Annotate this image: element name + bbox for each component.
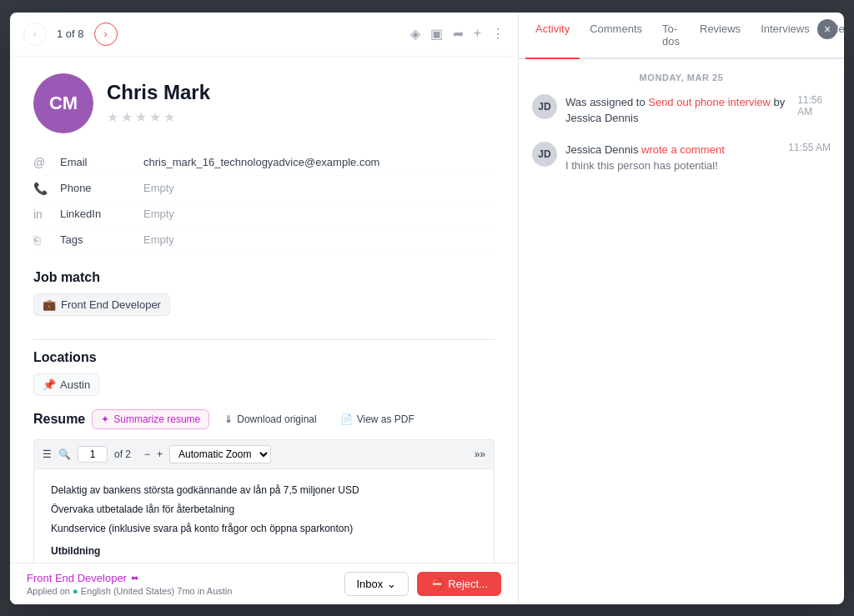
more-icon[interactable]: ⋮ bbox=[491, 26, 505, 42]
activity-link-1[interactable]: Send out phone interview bbox=[648, 96, 771, 108]
briefcase-icon: 💼 bbox=[43, 298, 56, 311]
pin-icon: 📌 bbox=[43, 378, 56, 391]
activity-body-1: Was assigned to Send out phone interview… bbox=[565, 94, 831, 127]
external-link-icon: ⬌ bbox=[131, 573, 138, 583]
edu-header: Utbildning bbox=[51, 543, 477, 559]
location-tag: 📌 Austin bbox=[33, 373, 99, 396]
summarize-button[interactable]: ✦ Summarize resume bbox=[92, 409, 209, 429]
linkedin-value: Empty bbox=[143, 208, 495, 220]
candidate-name: Chris Mark bbox=[107, 81, 210, 104]
next-button[interactable]: › bbox=[94, 23, 118, 46]
locations-section: Locations 📌 Austin bbox=[33, 350, 495, 409]
view-pdf-button[interactable]: 📄 View as PDF bbox=[332, 410, 423, 428]
star-3[interactable]: ★ bbox=[135, 109, 147, 125]
duration: 7mo in Austin bbox=[177, 586, 232, 596]
zoom-out-icon[interactable]: − bbox=[144, 448, 150, 460]
star-rating: ★ ★ ★ ★ ★ bbox=[107, 109, 210, 125]
activity-row-2: Jessica Dennis wrote a comment 11:55 AM bbox=[565, 142, 831, 158]
tab-todos[interactable]: To-dos bbox=[652, 13, 690, 59]
add-icon[interactable]: + bbox=[474, 26, 481, 42]
activity-comment-2: I think this person has potential! bbox=[565, 159, 831, 172]
page-input[interactable] bbox=[78, 446, 108, 463]
tab-comments[interactable]: Comments bbox=[580, 13, 652, 59]
download-label: Download original bbox=[237, 413, 316, 425]
activity-link-2[interactable]: wrote a comment bbox=[641, 143, 725, 156]
tab-reviews[interactable]: Reviews bbox=[690, 13, 751, 59]
email-label: Email bbox=[60, 156, 143, 168]
reject-button[interactable]: ⛔ Reject... bbox=[417, 572, 501, 596]
job-match-name: Front End Developer bbox=[61, 298, 161, 311]
layout-icon[interactable]: ▣ bbox=[430, 26, 443, 42]
job-title-link[interactable]: Front End Developer ⬌ bbox=[27, 572, 232, 584]
lang-dot: ● bbox=[73, 586, 78, 596]
pdf-toolbar: ☰ 🔍 of 2 − + Automatic Zoom »» bbox=[33, 439, 495, 469]
activity-avatar-2: JD bbox=[532, 142, 557, 167]
activity-body-2: Jessica Dennis wrote a comment 11:55 AM … bbox=[565, 142, 831, 173]
contact-table: @ Email chris_mark_16_technologyadvice@e… bbox=[33, 150, 495, 253]
ban-icon: ⛔ bbox=[430, 578, 444, 590]
linkedin-row: in LinkedIn Empty bbox=[33, 202, 495, 228]
phone-label: Phone bbox=[60, 182, 143, 194]
email-row: @ Email chris_mark_16_technologyadvice@e… bbox=[33, 150, 495, 176]
shield-icon[interactable]: ◈ bbox=[410, 26, 420, 42]
zoom-in-icon[interactable]: + bbox=[157, 448, 163, 460]
left-footer: Front End Developer ⬌ Applied on ● Engli… bbox=[10, 563, 518, 604]
nav-counter: 1 of 8 bbox=[57, 28, 84, 40]
activity-time-1: 11:56 AM bbox=[797, 94, 831, 118]
tab-activity[interactable]: Activity bbox=[525, 13, 580, 59]
tags-label: Tags bbox=[60, 233, 143, 246]
star-5[interactable]: ★ bbox=[163, 109, 175, 125]
job-title-row: Front End Developer ⬌ bbox=[27, 572, 232, 584]
job-match-tag[interactable]: 💼 Front End Developer bbox=[33, 293, 170, 316]
download-button[interactable]: ⇓ Download original bbox=[216, 410, 324, 428]
modal-overlay: × ‹ 1 of 8 › ◈ ▣ ➦ + ⋮ CM bbox=[0, 0, 854, 616]
pdf-line-2: Övervaka utbetalade lån för återbetalnin… bbox=[51, 502, 477, 518]
tab-interviews[interactable]: Interviews bbox=[751, 13, 820, 59]
candidate-info: Chris Mark ★ ★ ★ ★ ★ bbox=[107, 81, 210, 125]
email-value: chris_mark_16_technologyadvice@example.c… bbox=[143, 156, 495, 168]
email-icon: @ bbox=[33, 156, 50, 169]
pdf-content: Delaktig av bankens största godkännande … bbox=[33, 469, 495, 563]
linkedin-label: LinkedIn bbox=[60, 208, 143, 220]
activity-item-2: JD Jessica Dennis wrote a comment 11:55 … bbox=[532, 142, 831, 173]
inbox-button[interactable]: Inbox ⌄ bbox=[344, 572, 409, 596]
activity-row-1: Was assigned to Send out phone interview… bbox=[565, 94, 831, 127]
language-label: English (United States) bbox=[81, 586, 175, 596]
activity-item-1: JD Was assigned to Send out phone interv… bbox=[532, 94, 831, 127]
applied-text: Applied on bbox=[27, 586, 70, 596]
reject-label: Reject... bbox=[448, 578, 488, 590]
job-match-section: Job match 💼 Front End Developer bbox=[33, 270, 495, 329]
pdf-icon: 📄 bbox=[340, 413, 353, 425]
tags-row: ⎗ Tags Empty bbox=[33, 228, 495, 253]
activity-text-2: Jessica Dennis wrote a comment bbox=[565, 142, 725, 158]
prev-button[interactable]: ‹ bbox=[23, 23, 47, 46]
activity-before-1: Was assigned to bbox=[565, 96, 648, 108]
star-2[interactable]: ★ bbox=[121, 109, 133, 125]
search-icon[interactable]: 🔍 bbox=[58, 448, 71, 460]
pdf-line-3: Kundservice (inklusive svara på konto fr… bbox=[51, 521, 477, 537]
page-total: of 2 bbox=[114, 448, 131, 460]
activity-text-1: Was assigned to Send out phone interview… bbox=[565, 94, 797, 127]
view-pdf-label: View as PDF bbox=[357, 413, 414, 425]
activity-before-2: Jessica Dennis bbox=[565, 143, 641, 156]
close-button[interactable]: × bbox=[817, 19, 837, 39]
left-panel: ‹ 1 of 8 › ◈ ▣ ➦ + ⋮ CM Chris Mark bbox=[10, 13, 519, 604]
tags-icon: ⎗ bbox=[33, 233, 50, 247]
candidate-content: CM Chris Mark ★ ★ ★ ★ ★ bbox=[10, 57, 518, 563]
resume-title: Resume bbox=[33, 412, 85, 427]
activity-avatar-1: JD bbox=[532, 94, 557, 119]
resume-header: Resume ✦ Summarize resume ⇓ Download ori… bbox=[33, 409, 495, 429]
zoom-select[interactable]: Automatic Zoom bbox=[169, 445, 271, 463]
location-name: Austin bbox=[60, 378, 90, 391]
footer-left: Front End Developer ⬌ Applied on ● Engli… bbox=[27, 572, 232, 596]
share-icon[interactable]: ➦ bbox=[453, 26, 464, 42]
linkedin-icon: in bbox=[33, 208, 50, 221]
modal: × ‹ 1 of 8 › ◈ ▣ ➦ + ⋮ CM bbox=[10, 13, 844, 604]
divider-1 bbox=[33, 339, 495, 340]
sidebar-toggle-icon[interactable]: ☰ bbox=[43, 448, 52, 460]
expand-icon[interactable]: »» bbox=[475, 448, 485, 460]
sparkle-icon: ✦ bbox=[101, 413, 109, 425]
star-1[interactable]: ★ bbox=[107, 109, 118, 125]
star-4[interactable]: ★ bbox=[149, 109, 161, 125]
summarize-label: Summarize resume bbox=[113, 413, 200, 425]
